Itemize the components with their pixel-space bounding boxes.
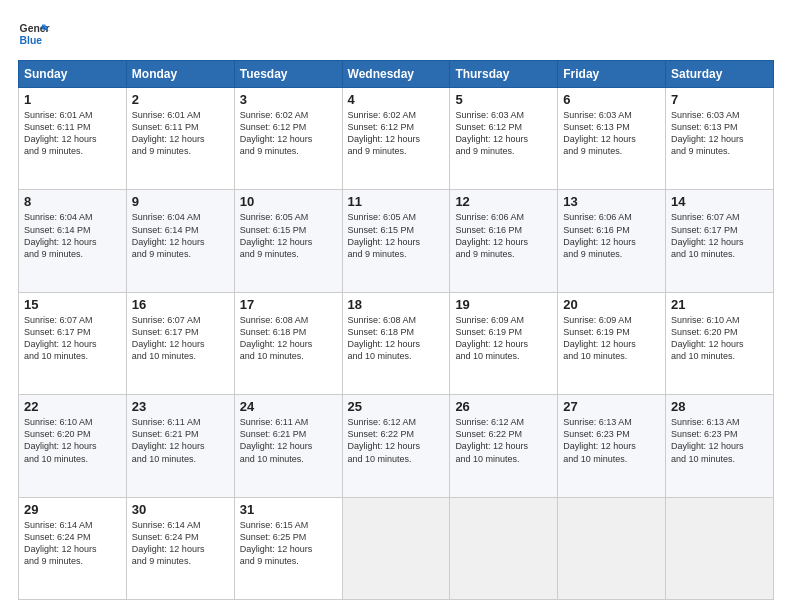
day-number: 15: [24, 297, 121, 312]
calendar-cell: 25Sunrise: 6:12 AMSunset: 6:22 PMDayligh…: [342, 395, 450, 497]
cell-info: Sunrise: 6:01 AMSunset: 6:11 PMDaylight:…: [132, 109, 229, 158]
logo-icon: General Blue: [18, 18, 50, 50]
day-number: 3: [240, 92, 337, 107]
calendar-cell: 21Sunrise: 6:10 AMSunset: 6:20 PMDayligh…: [666, 292, 774, 394]
cell-info: Sunrise: 6:13 AMSunset: 6:23 PMDaylight:…: [671, 416, 768, 465]
day-number: 11: [348, 194, 445, 209]
cell-info: Sunrise: 6:05 AMSunset: 6:15 PMDaylight:…: [348, 211, 445, 260]
cell-info: Sunrise: 6:04 AMSunset: 6:14 PMDaylight:…: [132, 211, 229, 260]
cell-info: Sunrise: 6:10 AMSunset: 6:20 PMDaylight:…: [24, 416, 121, 465]
day-number: 24: [240, 399, 337, 414]
day-number: 8: [24, 194, 121, 209]
day-number: 6: [563, 92, 660, 107]
week-row: 22Sunrise: 6:10 AMSunset: 6:20 PMDayligh…: [19, 395, 774, 497]
day-number: 17: [240, 297, 337, 312]
day-header-tuesday: Tuesday: [234, 61, 342, 88]
calendar-cell: [558, 497, 666, 599]
cell-info: Sunrise: 6:10 AMSunset: 6:20 PMDaylight:…: [671, 314, 768, 363]
calendar-cell: 23Sunrise: 6:11 AMSunset: 6:21 PMDayligh…: [126, 395, 234, 497]
calendar-cell: 31Sunrise: 6:15 AMSunset: 6:25 PMDayligh…: [234, 497, 342, 599]
cell-info: Sunrise: 6:09 AMSunset: 6:19 PMDaylight:…: [455, 314, 552, 363]
calendar-header: SundayMondayTuesdayWednesdayThursdayFrid…: [19, 61, 774, 88]
day-number: 10: [240, 194, 337, 209]
calendar-cell: 28Sunrise: 6:13 AMSunset: 6:23 PMDayligh…: [666, 395, 774, 497]
svg-text:Blue: Blue: [20, 35, 43, 46]
cell-info: Sunrise: 6:14 AMSunset: 6:24 PMDaylight:…: [132, 519, 229, 568]
day-header-thursday: Thursday: [450, 61, 558, 88]
week-row: 8Sunrise: 6:04 AMSunset: 6:14 PMDaylight…: [19, 190, 774, 292]
calendar-cell: 9Sunrise: 6:04 AMSunset: 6:14 PMDaylight…: [126, 190, 234, 292]
cell-info: Sunrise: 6:11 AMSunset: 6:21 PMDaylight:…: [132, 416, 229, 465]
calendar-cell: 22Sunrise: 6:10 AMSunset: 6:20 PMDayligh…: [19, 395, 127, 497]
logo: General Blue: [18, 18, 54, 50]
cell-info: Sunrise: 6:02 AMSunset: 6:12 PMDaylight:…: [348, 109, 445, 158]
day-number: 28: [671, 399, 768, 414]
calendar-cell: 15Sunrise: 6:07 AMSunset: 6:17 PMDayligh…: [19, 292, 127, 394]
cell-info: Sunrise: 6:12 AMSunset: 6:22 PMDaylight:…: [348, 416, 445, 465]
calendar-cell: 6Sunrise: 6:03 AMSunset: 6:13 PMDaylight…: [558, 88, 666, 190]
calendar-cell: 17Sunrise: 6:08 AMSunset: 6:18 PMDayligh…: [234, 292, 342, 394]
calendar-cell: 3Sunrise: 6:02 AMSunset: 6:12 PMDaylight…: [234, 88, 342, 190]
calendar-cell: 29Sunrise: 6:14 AMSunset: 6:24 PMDayligh…: [19, 497, 127, 599]
day-number: 25: [348, 399, 445, 414]
day-number: 13: [563, 194, 660, 209]
calendar-page: General Blue SundayMondayTuesdayWednesda…: [0, 0, 792, 612]
cell-info: Sunrise: 6:06 AMSunset: 6:16 PMDaylight:…: [563, 211, 660, 260]
calendar-cell: [342, 497, 450, 599]
cell-info: Sunrise: 6:04 AMSunset: 6:14 PMDaylight:…: [24, 211, 121, 260]
cell-info: Sunrise: 6:02 AMSunset: 6:12 PMDaylight:…: [240, 109, 337, 158]
calendar-cell: 1Sunrise: 6:01 AMSunset: 6:11 PMDaylight…: [19, 88, 127, 190]
day-header-saturday: Saturday: [666, 61, 774, 88]
day-number: 22: [24, 399, 121, 414]
day-number: 19: [455, 297, 552, 312]
cell-info: Sunrise: 6:11 AMSunset: 6:21 PMDaylight:…: [240, 416, 337, 465]
header: General Blue: [18, 18, 774, 50]
calendar-cell: 26Sunrise: 6:12 AMSunset: 6:22 PMDayligh…: [450, 395, 558, 497]
day-number: 12: [455, 194, 552, 209]
calendar-cell: 27Sunrise: 6:13 AMSunset: 6:23 PMDayligh…: [558, 395, 666, 497]
cell-info: Sunrise: 6:03 AMSunset: 6:12 PMDaylight:…: [455, 109, 552, 158]
day-header-wednesday: Wednesday: [342, 61, 450, 88]
cell-info: Sunrise: 6:07 AMSunset: 6:17 PMDaylight:…: [671, 211, 768, 260]
day-number: 9: [132, 194, 229, 209]
week-row: 1Sunrise: 6:01 AMSunset: 6:11 PMDaylight…: [19, 88, 774, 190]
cell-info: Sunrise: 6:13 AMSunset: 6:23 PMDaylight:…: [563, 416, 660, 465]
day-number: 20: [563, 297, 660, 312]
day-header-monday: Monday: [126, 61, 234, 88]
day-number: 18: [348, 297, 445, 312]
day-header-sunday: Sunday: [19, 61, 127, 88]
calendar-cell: 20Sunrise: 6:09 AMSunset: 6:19 PMDayligh…: [558, 292, 666, 394]
day-number: 2: [132, 92, 229, 107]
day-number: 4: [348, 92, 445, 107]
calendar-cell: 11Sunrise: 6:05 AMSunset: 6:15 PMDayligh…: [342, 190, 450, 292]
cell-info: Sunrise: 6:06 AMSunset: 6:16 PMDaylight:…: [455, 211, 552, 260]
day-number: 5: [455, 92, 552, 107]
day-number: 27: [563, 399, 660, 414]
calendar-cell: 18Sunrise: 6:08 AMSunset: 6:18 PMDayligh…: [342, 292, 450, 394]
calendar-cell: 24Sunrise: 6:11 AMSunset: 6:21 PMDayligh…: [234, 395, 342, 497]
cell-info: Sunrise: 6:01 AMSunset: 6:11 PMDaylight:…: [24, 109, 121, 158]
day-number: 7: [671, 92, 768, 107]
calendar-cell: 13Sunrise: 6:06 AMSunset: 6:16 PMDayligh…: [558, 190, 666, 292]
calendar-cell: 14Sunrise: 6:07 AMSunset: 6:17 PMDayligh…: [666, 190, 774, 292]
week-row: 15Sunrise: 6:07 AMSunset: 6:17 PMDayligh…: [19, 292, 774, 394]
day-number: 30: [132, 502, 229, 517]
cell-info: Sunrise: 6:05 AMSunset: 6:15 PMDaylight:…: [240, 211, 337, 260]
calendar-cell: [450, 497, 558, 599]
day-header-friday: Friday: [558, 61, 666, 88]
cell-info: Sunrise: 6:12 AMSunset: 6:22 PMDaylight:…: [455, 416, 552, 465]
calendar-body: 1Sunrise: 6:01 AMSunset: 6:11 PMDaylight…: [19, 88, 774, 600]
cell-info: Sunrise: 6:09 AMSunset: 6:19 PMDaylight:…: [563, 314, 660, 363]
cell-info: Sunrise: 6:07 AMSunset: 6:17 PMDaylight:…: [24, 314, 121, 363]
day-number: 1: [24, 92, 121, 107]
day-number: 31: [240, 502, 337, 517]
calendar-cell: 12Sunrise: 6:06 AMSunset: 6:16 PMDayligh…: [450, 190, 558, 292]
calendar-cell: 19Sunrise: 6:09 AMSunset: 6:19 PMDayligh…: [450, 292, 558, 394]
calendar-cell: 4Sunrise: 6:02 AMSunset: 6:12 PMDaylight…: [342, 88, 450, 190]
calendar-cell: 30Sunrise: 6:14 AMSunset: 6:24 PMDayligh…: [126, 497, 234, 599]
cell-info: Sunrise: 6:03 AMSunset: 6:13 PMDaylight:…: [563, 109, 660, 158]
calendar-cell: 7Sunrise: 6:03 AMSunset: 6:13 PMDaylight…: [666, 88, 774, 190]
calendar-cell: 16Sunrise: 6:07 AMSunset: 6:17 PMDayligh…: [126, 292, 234, 394]
cell-info: Sunrise: 6:03 AMSunset: 6:13 PMDaylight:…: [671, 109, 768, 158]
day-number: 23: [132, 399, 229, 414]
